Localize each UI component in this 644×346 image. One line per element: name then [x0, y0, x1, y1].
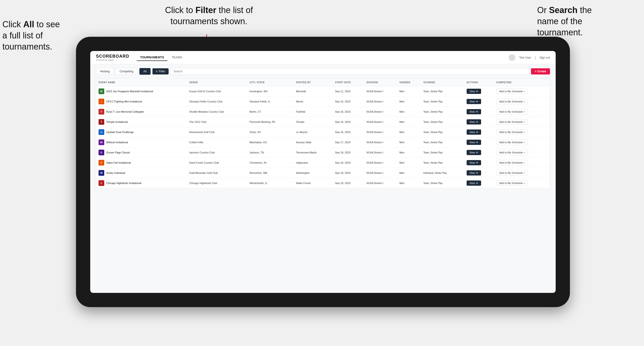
cell-start-date: Sep 16, 2023 — [333, 117, 364, 127]
team-logo: W — [98, 170, 104, 176]
user-name: Test User — [519, 56, 531, 59]
cell-event-name: V Valpo Fall Invitational — [96, 158, 187, 168]
table-header-row: EVENT NAME VENUE CITY, STATE HOSTED BY S… — [96, 79, 550, 86]
logo-area: SCOREBOARD Powered by clippd — [96, 54, 129, 61]
view-button[interactable]: View 👁 — [466, 119, 481, 125]
team-logo: G — [98, 150, 104, 155]
cell-competing: Add to My Schedule + — [494, 178, 550, 188]
cell-competing: Add to My Schedule + — [494, 158, 550, 168]
cell-city-state: Jackson, TN — [247, 148, 294, 158]
view-button[interactable]: View 👁 — [466, 160, 481, 165]
table-row: M 2023 Joe Feaganes Marshall Invitationa… — [96, 86, 550, 97]
cell-hosted-by: Tennessee-Martin — [294, 148, 332, 158]
search-input[interactable] — [170, 68, 529, 75]
add-schedule-button[interactable]: Add to My Schedule + — [496, 99, 528, 104]
col-gender: GENDER — [397, 79, 421, 86]
main-content: Hosting Competing All ≡ Filter + Create … — [90, 64, 556, 293]
eye-icon: 👁 — [476, 162, 478, 164]
add-schedule-button[interactable]: Add to My Schedule + — [496, 180, 528, 186]
cell-start-date: Sep 18, 2023 — [333, 168, 364, 178]
cell-city-state: Victor, NY — [247, 127, 294, 137]
eye-icon: 👁 — [476, 100, 478, 103]
nav-tab-teams[interactable]: TEAMS — [168, 54, 186, 61]
cell-competing: Add to My Schedule + — [494, 86, 550, 97]
view-button[interactable]: View 👁 — [466, 180, 481, 186]
cell-gender: Men — [397, 97, 421, 107]
eye-icon: 👁 — [476, 182, 478, 184]
create-button[interactable]: + Create — [531, 68, 550, 74]
cell-hosted-by: Marshall — [294, 86, 332, 97]
col-venue: VENUE — [187, 79, 247, 86]
cell-actions: View 👁 — [464, 148, 494, 158]
cell-venue: Guyan Golf & Country Club — [187, 86, 247, 97]
cell-event-name: C Chicago Highlands Invitational — [96, 178, 187, 188]
add-schedule-button[interactable]: Add to My Schedule + — [496, 160, 528, 166]
nav-tab-tournaments[interactable]: TOURNAMENTS — [137, 54, 168, 61]
add-schedule-button[interactable]: Add to My Schedule + — [496, 150, 528, 155]
cell-division: NCAA Division I — [364, 107, 397, 117]
cell-start-date: Sep 16, 2023 — [333, 107, 364, 117]
cell-city-state: Plymouth Meeting, PA — [247, 117, 294, 127]
cell-event-name: T Temple Invitational — [96, 117, 187, 127]
cell-city-state: Olympia Fields, IL — [247, 97, 294, 107]
cell-actions: View 👁 — [464, 86, 494, 97]
view-button[interactable]: View 👁 — [466, 89, 481, 94]
cell-scoring: Team, Stroke Play — [421, 127, 464, 137]
cell-scoring: Team, Stroke Play — [421, 97, 464, 107]
add-schedule-button[interactable]: Add to My Schedule + — [496, 140, 528, 145]
col-division: DIVISION — [364, 79, 397, 86]
team-logo: W — [98, 140, 104, 145]
filter-label: Filter — [159, 70, 165, 73]
cell-gender: Men — [397, 148, 421, 158]
table-row: W Husky Individual Gold Mountain Golf Cl… — [96, 168, 550, 178]
cell-division: NCAA Division I — [364, 97, 397, 107]
add-schedule-button[interactable]: Add to My Schedule + — [496, 119, 528, 125]
add-schedule-button[interactable]: Add to My Schedule + — [496, 109, 528, 115]
filter-icon: ≡ — [156, 70, 158, 73]
annotation-left: Click All to seea full list oftournament… — [2, 19, 86, 52]
cell-actions: View 👁 — [464, 158, 494, 168]
cell-gender: Men — [397, 168, 421, 178]
filter-button[interactable]: ≡ Filter — [152, 68, 168, 74]
add-schedule-button[interactable]: Add to My Schedule + — [496, 88, 528, 94]
add-schedule-button[interactable]: Add to My Schedule + — [496, 129, 528, 135]
cell-start-date: Sep 18, 2023 — [333, 178, 364, 188]
event-name-text: Ryan T. Lee Memorial Collegiate — [106, 110, 144, 113]
view-button[interactable]: View 👁 — [466, 99, 481, 104]
tab-hosting[interactable]: Hosting — [96, 68, 114, 75]
tab-competing[interactable]: Competing — [116, 68, 138, 75]
cell-gender: Men — [397, 137, 421, 148]
team-logo: V — [98, 160, 104, 166]
table-row: W Wildcat Invitational Colbert Hills Man… — [96, 137, 550, 148]
cell-hosted-by: Kansas State — [294, 137, 332, 148]
cell-division: NCAA Division I — [364, 178, 397, 188]
add-schedule-button[interactable]: Add to My Schedule + — [496, 170, 528, 176]
cell-actions: View 👁 — [464, 117, 494, 127]
cell-venue: Sand Creek Country Club — [187, 158, 247, 168]
view-button[interactable]: View 👁 — [466, 150, 481, 155]
view-button[interactable]: View 👁 — [466, 109, 481, 114]
logo-text: SCOREBOARD — [96, 54, 129, 59]
view-button[interactable]: View 👁 — [466, 170, 481, 175]
cell-event-name: F Ryan T. Lee Memorial Collegiate — [96, 107, 187, 117]
tablet-frame: SCOREBOARD Powered by clippd TOURNAMENTS… — [76, 37, 570, 307]
avatar — [509, 54, 515, 61]
table-row: C Chicago Highlands Invitational Chicago… — [96, 178, 550, 188]
team-logo: C — [98, 180, 104, 186]
cell-hosted-by: Washington — [294, 168, 332, 178]
table-row: T Temple Invitational The 1912 Club Plym… — [96, 117, 550, 127]
cell-hosted-by: Le Moyne — [294, 127, 332, 137]
tab-all[interactable]: All — [140, 68, 150, 75]
view-button[interactable]: View 👁 — [466, 140, 481, 145]
signout-link[interactable]: Sign out — [540, 56, 550, 59]
cell-division: NCAA Division I — [364, 168, 397, 178]
annotation-top-center: Click to Filter the list oftournaments s… — [138, 5, 280, 27]
cell-actions: View 👁 — [464, 127, 494, 137]
team-logo: U — [98, 129, 104, 135]
cell-start-date: Sep 18, 2023 — [333, 158, 364, 168]
table-row: F Ryan T. Lee Memorial Collegiate Shuttl… — [96, 107, 550, 117]
view-button[interactable]: View 👁 — [466, 130, 481, 135]
pipe: | — [535, 56, 536, 59]
eye-icon: 👁 — [476, 172, 478, 174]
cell-city-state: Huntington, WV — [247, 86, 294, 97]
